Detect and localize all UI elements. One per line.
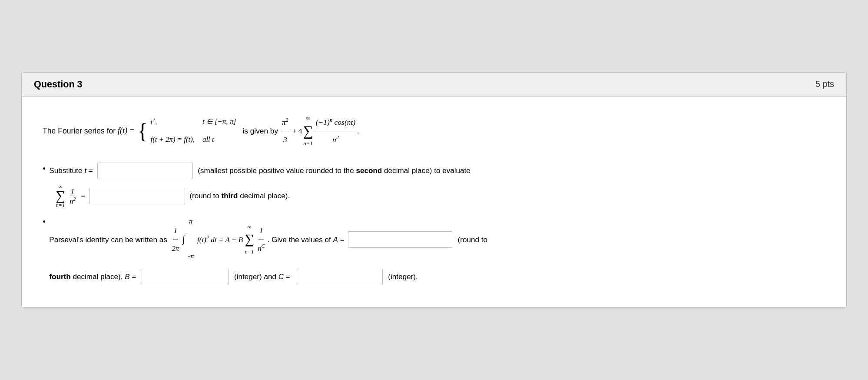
conditions: t ∈ [−π, π] all t	[202, 114, 236, 148]
question-card: Question 3 5 pts The Fourier series for …	[21, 72, 847, 308]
integrand: f(t)2 dt = A + B	[195, 231, 243, 249]
frac-1-nc: 1 nC	[257, 222, 265, 257]
f-t-var: f(t) =	[118, 122, 135, 140]
integer-text: (integer).	[386, 268, 418, 286]
question-header: Question 3 5 pts	[22, 73, 846, 97]
answer-C-input[interactable]	[296, 269, 383, 285]
sum-notation-1: ∞ ∑ n=1	[56, 183, 65, 209]
equals-sign-1: =	[81, 192, 85, 200]
brace-row-1: t2,	[150, 114, 195, 130]
brace-rows: t2, f(t + 2π) = f(t),	[150, 114, 195, 148]
answer-A-input[interactable]	[348, 231, 452, 248]
bullet-1-content: Substitute t = (smallest possible positi…	[49, 163, 825, 179]
question-body: The Fourier series for f(t) = { t2, f(t …	[22, 97, 846, 307]
fourier-statement: The Fourier series for f(t) = { t2, f(t …	[43, 112, 825, 150]
integral-bounds: π ∫ −π	[187, 216, 194, 263]
sum-notation-fourier: ∞ ∑ n=1	[303, 112, 313, 150]
is-given-by: is given by	[241, 123, 280, 139]
cond-2: all t	[202, 132, 236, 148]
sum-notation-parseval: ∞ ∑ n=1	[245, 221, 254, 259]
parseval-text-1: Parseval's identity can be written as	[49, 231, 169, 249]
answer-t-input[interactable]	[97, 163, 193, 179]
cond-1: t ∈ [−π, π]	[202, 114, 236, 130]
sum-expression: ∞ ∑ n=1 1 n2 = (round to third decimal p…	[55, 183, 290, 209]
answer-B-input[interactable]	[142, 269, 229, 285]
answer-sum-input[interactable]	[89, 188, 185, 204]
bullet-item-2: • Parseval's identity can be written as …	[43, 216, 825, 286]
integral-sign: ∫	[182, 228, 185, 251]
fourth-text-1: fourth decimal place), B =	[49, 268, 138, 286]
period: .	[357, 123, 359, 140]
round-third-text: (round to third decimal place).	[189, 192, 290, 200]
frac-cos: (−1)n cos(nt) n2	[315, 114, 357, 148]
plus-4: + 4	[290, 123, 302, 140]
parseval-line: Parseval's identity can be written as 1 …	[49, 216, 825, 263]
fourth-line: fourth decimal place), B = (integer) and…	[49, 268, 825, 286]
bullet-1-text-after: (smallest possible positive value rounde…	[198, 167, 470, 175]
bullet-2-content: Parseval's identity can be written as 1 …	[49, 216, 825, 286]
fourier-intro-text: The Fourier series for	[43, 123, 118, 140]
frac-pi2-3: π2 3	[281, 114, 289, 148]
integer-and: (integer) and C =	[232, 268, 292, 286]
sum-sub-content: ∞ ∑ n=1 1 n2 = (round to third decimal p…	[55, 183, 825, 209]
parseval-round-to: (round to	[456, 231, 487, 249]
bullet-dot-2: •	[43, 217, 46, 227]
brace-symbol: {	[137, 121, 148, 140]
bullet-item-1: • Substitute t = (smallest possible posi…	[43, 163, 825, 179]
question-points: 5 pts	[815, 79, 834, 89]
substitute-text: Substitute t =	[49, 167, 95, 175]
brace-row-2: f(t + 2π) = f(t),	[150, 132, 195, 148]
parseval-give-values: . Give the values of A =	[267, 231, 344, 249]
frac-1-n2: 1 n2	[69, 187, 76, 206]
bullet-dot-1: •	[43, 163, 46, 174]
frac-1-2pi: 1 2π	[171, 222, 180, 257]
question-title: Question 3	[34, 79, 83, 90]
